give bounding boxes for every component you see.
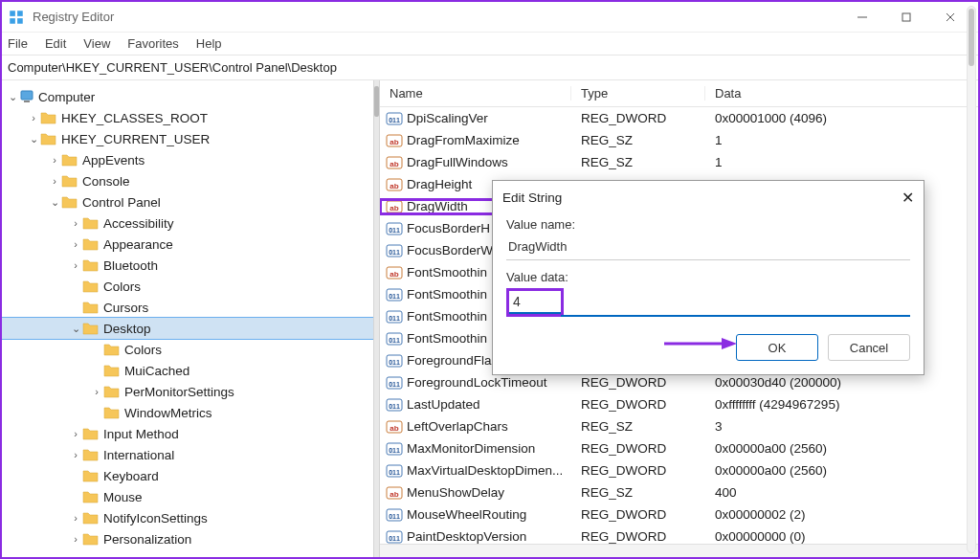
chevron-right-icon[interactable]: › — [69, 259, 82, 271]
chevron-right-icon[interactable]: › — [90, 386, 103, 397]
list-row[interactable]: abMenuShowDelayREG_SZ400 — [380, 481, 978, 503]
list-row[interactable]: 011PaintDesktopVersionREG_DWORD0x0000000… — [380, 525, 978, 544]
chevron-down-icon[interactable]: ⌄ — [27, 133, 40, 145]
chevron-right-icon[interactable]: › — [69, 238, 82, 250]
list-row[interactable]: 011DpiScalingVerREG_DWORD0x00001000 (409… — [380, 107, 978, 129]
binary-value-icon: 011 — [386, 441, 403, 457]
chevron-right-icon[interactable]: › — [69, 512, 82, 524]
tree-node-keyboard[interactable]: ·Keyboard — [2, 465, 373, 486]
folder-icon — [82, 531, 100, 547]
value-name-label: Value name: — [506, 217, 910, 232]
tree-node-desktop[interactable]: ⌄Desktop — [2, 318, 373, 339]
tree-node-control-panel[interactable]: ⌄Control Panel — [2, 191, 373, 212]
list-row[interactable]: 011MaxVirtualDesktopDimen...REG_DWORD0x0… — [380, 459, 978, 481]
tree-node-muicached[interactable]: ·MuiCached — [2, 360, 373, 381]
chevron-right-icon[interactable]: › — [69, 449, 82, 460]
tree-node-colors[interactable]: ·Colors — [2, 276, 373, 297]
list-row[interactable]: abLeftOverlapCharsREG_SZ3 — [380, 415, 978, 437]
folder-icon — [61, 173, 78, 189]
value-type: REG_SZ — [571, 419, 705, 434]
menu-file[interactable]: File — [8, 36, 28, 51]
tree-node-console[interactable]: ›Console — [2, 170, 373, 191]
ok-button[interactable]: OK — [736, 334, 818, 361]
col-type[interactable]: Type — [571, 86, 705, 101]
tree-node-computer[interactable]: ⌄Computer — [2, 86, 373, 107]
tree-node-notifyiconsettings[interactable]: ›NotifyIconSettings — [2, 507, 373, 528]
folder-icon — [103, 405, 121, 420]
tree-node-personalization[interactable]: ›Personalization — [2, 528, 373, 549]
binary-value-icon: 011 — [386, 331, 403, 347]
value-data-label: Value data: — [506, 270, 910, 284]
value-data: 0x00030d40 (200000) — [705, 375, 978, 390]
chevron-right-icon[interactable]: › — [27, 112, 40, 123]
menu-edit[interactable]: Edit — [45, 36, 66, 51]
dialog-close-button[interactable]: ✕ — [902, 189, 914, 207]
list-row[interactable]: 011MouseWheelRoutingREG_DWORD0x00000002 … — [380, 503, 978, 525]
value-name: DragFromMaximize — [407, 133, 520, 147]
chevron-down-icon[interactable]: ⌄ — [6, 91, 19, 103]
chevron-right-icon[interactable]: › — [69, 217, 82, 229]
folder-icon — [61, 194, 78, 210]
list-row[interactable]: abDragFullWindowsREG_SZ1 — [380, 151, 978, 173]
chevron-down-icon[interactable]: ⌄ — [69, 323, 82, 335]
tree-node-international[interactable]: ›International — [2, 444, 373, 465]
minimize-button[interactable] — [840, 2, 884, 33]
address-path: Computer\HKEY_CURRENT_USER\Control Panel… — [8, 60, 337, 75]
tree-node-appearance[interactable]: ›Appearance — [2, 234, 373, 255]
binary-value-icon: 011 — [386, 507, 403, 523]
chevron-right-icon[interactable]: › — [69, 533, 82, 545]
menu-help[interactable]: Help — [196, 36, 222, 51]
list-row[interactable]: 011LastUpdatedREG_DWORD0xffffffff (42949… — [380, 393, 978, 415]
value-name: FontSmoothin — [407, 309, 487, 324]
chevron-right-icon[interactable]: › — [48, 175, 61, 187]
tree-node-colors[interactable]: ·Colors — [2, 339, 373, 360]
tree-node-bluetooth[interactable]: ›Bluetooth — [2, 255, 373, 276]
tree-node-cursors[interactable]: ·Cursors — [2, 297, 373, 318]
menu-favorites[interactable]: Favorites — [127, 36, 178, 51]
svg-text:011: 011 — [389, 227, 400, 234]
svg-text:011: 011 — [389, 381, 400, 388]
chevron-down-icon[interactable]: ⌄ — [48, 196, 61, 209]
tree-view[interactable]: ⌄Computer›HKEY_CLASSES_ROOT⌄HKEY_CURRENT… — [2, 80, 373, 557]
svg-text:ab: ab — [390, 182, 398, 190]
horizontal-scrollbar[interactable] — [380, 544, 978, 557]
tree-node-input-method[interactable]: ›Input Method — [2, 423, 373, 444]
folder-icon — [82, 489, 100, 504]
list-row[interactable]: 011MaxMonitorDimensionREG_DWORD0x00000a0… — [380, 437, 978, 459]
splitter[interactable] — [373, 80, 380, 557]
tree-node-label: HKEY_CURRENT_USER — [61, 132, 210, 146]
cancel-button[interactable]: Cancel — [828, 334, 910, 361]
tree-node-accessibility[interactable]: ›Accessibility — [2, 212, 373, 234]
value-name: DpiScalingVer — [407, 111, 488, 125]
vertical-scrollbar[interactable] — [967, 6, 976, 553]
value-name: MouseWheelRouting — [407, 507, 526, 522]
value-data: 0x00000a00 (2560) — [705, 441, 978, 456]
value-name: LastUpdated — [407, 397, 480, 412]
maximize-button[interactable] — [884, 2, 928, 33]
chevron-right-icon[interactable]: › — [48, 154, 61, 166]
col-name[interactable]: Name — [380, 86, 571, 101]
folder-icon — [103, 363, 121, 378]
value-data-input[interactable]: 4 — [509, 291, 561, 314]
col-data[interactable]: Data — [705, 86, 978, 101]
tree-node-permonitorsettings[interactable]: ›PerMonitorSettings — [2, 381, 373, 402]
tree-node-hkey-current-user[interactable]: ⌄HKEY_CURRENT_USER — [2, 128, 373, 149]
tree-node-mouse[interactable]: ·Mouse — [2, 486, 373, 507]
tree-node-hkey-classes-root[interactable]: ›HKEY_CLASSES_ROOT — [2, 107, 373, 128]
list-row[interactable]: abDragFromMaximizeREG_SZ1 — [380, 129, 978, 151]
svg-rect-1 — [10, 18, 15, 24]
tree-node-label: PerMonitorSettings — [124, 385, 234, 399]
string-value-icon: ab — [386, 155, 403, 170]
value-type: REG_DWORD — [571, 397, 705, 412]
addressbar[interactable]: Computer\HKEY_CURRENT_USER\Control Panel… — [2, 56, 978, 80]
tree-node-appevents[interactable]: ›AppEvents — [2, 149, 373, 170]
svg-text:011: 011 — [389, 337, 400, 344]
tree-node-windowmetrics[interactable]: ·WindowMetrics — [2, 402, 373, 423]
svg-text:011: 011 — [389, 403, 400, 410]
chevron-right-icon[interactable]: › — [69, 428, 82, 439]
value-type: REG_SZ — [571, 133, 705, 147]
svg-text:011: 011 — [389, 293, 400, 300]
value-name: DragWidth — [407, 199, 468, 213]
menu-view[interactable]: View — [83, 36, 110, 51]
value-data: 1 — [705, 133, 978, 147]
